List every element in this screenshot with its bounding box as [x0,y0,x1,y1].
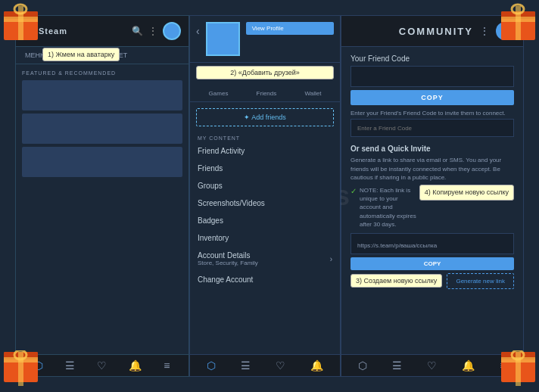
menu-item-badges[interactable]: Badges [190,212,340,229]
bottom-nav-bell2-icon[interactable]: 🔔 [310,359,323,372]
svg-point-4 [14,5,26,14]
my-content-label: MY CONTENT [190,132,340,142]
menu-item-change-account[interactable]: Change Account [190,271,340,288]
featured-item-1 [22,80,182,110]
profile-tabs: Games Friends Wallet [190,86,340,102]
bottom-nav-library2-icon[interactable]: ☰ [241,359,251,372]
bottom-nav-heart2-icon[interactable]: ♡ [276,359,285,372]
bottom-nav-home2-icon[interactable]: ⬡ [207,359,216,372]
menu-item-friends[interactable]: Friends [190,160,340,177]
steam-logo: S Steam [23,25,67,37]
bottom-nav-bell-icon[interactable]: 🔔 [129,359,142,372]
middle-panel: ‹ View Profile 2) «Добавить друзей» Game… [189,15,341,377]
friend-code-label: Your Friend Code [351,54,514,63]
steam-header: S Steam 🔍 ⋮ [16,16,188,47]
screen-container: S Steam 🔍 ⋮ МЕНЮ WISHLIST WALLET 1) Жмем… [15,15,524,377]
menu-dots-icon[interactable]: ⋮ [148,25,158,37]
avatar[interactable] [163,22,181,40]
note-text: ✓ NOTE: Each link is unique to your acco… [351,186,514,229]
featured-item-2 [22,114,182,144]
add-friends-button[interactable]: ✦ Add friends [196,108,334,126]
community-bottom-nav: ⬡ ☰ ♡ 🔔 ≡ [341,354,523,376]
copy-link-button[interactable]: COPY [351,257,514,270]
invite-link-url: https://s.team/p/ваша/ссылка [357,242,437,249]
menu-item-friend-activity[interactable]: Friend Activity [190,142,340,160]
account-details-sub: Store, Security, Family [198,260,258,266]
search-icon[interactable]: 🔍 [132,26,143,36]
bottom-nav-heart-icon[interactable]: ♡ [97,359,107,372]
quick-invite-section: Or send a Quick Invite Generate a link t… [351,145,514,289]
menu-item-groups[interactable]: Groups [190,177,340,194]
profile-avatar [206,22,240,56]
middle-bottom-nav: ⬡ ☰ ♡ 🔔 [190,354,340,376]
svg-point-9 [512,5,524,14]
bottom-nav-library-icon[interactable]: ☰ [65,359,75,372]
annotation-3: 3) Создаем новую ссылку [351,274,442,288]
steam-icon: S [23,25,36,37]
bottom-nav-home-icon[interactable]: ⬡ [34,359,43,372]
generate-new-link-button[interactable]: Generate new link [447,273,514,289]
account-details-label: Account Details [198,251,258,260]
view-profile-button[interactable]: View Profile [246,22,334,35]
community-header: COMMUNITY ⋮ [341,16,523,47]
annotation-4: 4) Копируем новую ссылку [419,185,514,201]
community-avatar [496,22,514,40]
featured-items [22,80,182,177]
bottom-nav-home3-icon[interactable]: ⬡ [358,359,367,372]
bottom-nav-library3-icon[interactable]: ☰ [392,359,402,372]
tab-friends[interactable]: Friends [254,89,280,98]
community-menu-dots-icon[interactable]: ⋮ [479,25,490,37]
menu-item-inventory[interactable]: Inventory [190,229,340,247]
menu-item-screenshots[interactable]: Screenshots/Videos [190,194,340,212]
left-bottom-nav: ⬡ ☰ ♡ 🔔 ≡ [16,354,188,376]
community-title: COMMUNITY [399,26,473,37]
chevron-right-icon: › [330,255,332,263]
quick-invite-title: Or send a Quick Invite [351,145,514,153]
back-arrow-icon[interactable]: ‹ [196,25,200,37]
bottom-nav-heart3-icon[interactable]: ♡ [427,359,437,372]
community-content: Your Friend Code COPY Enter your Friend'… [341,47,523,354]
quick-invite-desc: Generate a link to share via email or SM… [351,156,514,182]
left-panel: S Steam 🔍 ⋮ МЕНЮ WISHLIST WALLET 1) Жмем… [15,15,189,377]
copy-friend-code-button[interactable]: COPY [351,90,514,105]
featured-item-3 [22,147,182,177]
bottom-nav-menu3-icon[interactable]: ≡ [500,359,506,372]
tab-wallet[interactable]: Wallet [301,89,324,98]
tab-games[interactable]: Games [206,89,232,98]
steam-title: Steam [39,26,67,36]
check-icon: ✓ [351,186,357,197]
invite-description: Enter your Friend's Friend Code to invit… [351,110,514,117]
profile-header: ‹ View Profile [190,16,340,63]
friend-code-section: Your Friend Code COPY Enter your Friend'… [351,54,514,137]
friend-code-input[interactable] [351,66,514,87]
featured-label: FEATURED & RECOMMENDED [22,70,182,76]
enter-friend-code-input[interactable] [351,119,514,137]
right-panel: COMMUNITY ⋮ Your Friend Code COPY Enter … [341,15,524,377]
bottom-nav-menu-icon[interactable]: ≡ [164,359,170,372]
menu-item-account[interactable]: Account Details Store, Security, Family … [190,247,340,271]
annotation-1: 1) Жмем на аватарку [42,48,120,61]
annotation-2: 2) «Добавить друзей» [196,66,334,79]
main-content: FEATURED & RECOMMENDED [16,64,188,354]
bottom-nav-bell3-icon[interactable]: 🔔 [462,359,475,372]
